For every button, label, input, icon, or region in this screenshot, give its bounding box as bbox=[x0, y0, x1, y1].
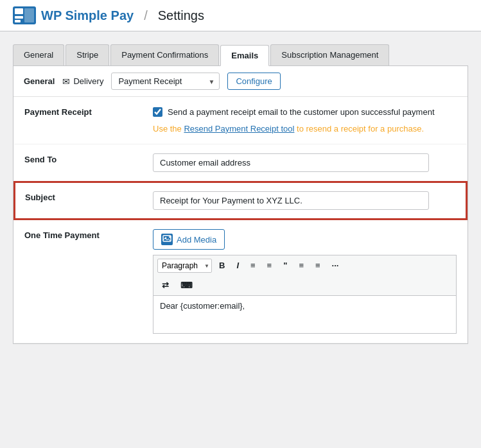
align-right-button[interactable]: ≡ bbox=[311, 258, 325, 273]
subject-field bbox=[143, 182, 467, 220]
send-to-input[interactable] bbox=[153, 153, 429, 172]
settings-wrap: General Stripe Payment Confirmations Ema… bbox=[0, 31, 481, 357]
sub-nav-general-label: General bbox=[24, 76, 55, 86]
shuffle-button[interactable]: ⇄ bbox=[157, 278, 173, 293]
settings-content: General ✉ Delivery Payment Receipt Payme… bbox=[13, 66, 468, 344]
keyboard-button[interactable]: ⌨ bbox=[176, 278, 197, 293]
resend-receipt-link[interactable]: Resend Payment Receipt tool bbox=[184, 124, 294, 134]
checkbox-row: Send a payment receipt email to the cust… bbox=[153, 106, 457, 119]
tab-stripe[interactable]: Stripe bbox=[66, 44, 109, 65]
svg-rect-1 bbox=[15, 8, 23, 14]
app-name: WP Simple Pay bbox=[41, 8, 134, 23]
payment-receipt-checkbox-label: Send a payment receipt email to the cust… bbox=[168, 106, 435, 119]
payment-receipt-label: Payment Receipt bbox=[14, 97, 143, 144]
ordered-list-button[interactable]: ≡ bbox=[263, 258, 277, 273]
more-options-button[interactable]: ··· bbox=[328, 258, 344, 273]
tab-emails[interactable]: Emails bbox=[220, 45, 269, 66]
envelope-icon: ✉ bbox=[62, 76, 70, 87]
logo-icon bbox=[13, 6, 36, 24]
send-to-row: Send To bbox=[14, 144, 467, 182]
delivery-label: Delivery bbox=[73, 76, 103, 86]
one-time-payment-label: One Time Payment bbox=[14, 220, 143, 343]
title-separator: / bbox=[144, 8, 148, 23]
payment-receipt-row: Payment Receipt Send a payment receipt e… bbox=[14, 97, 467, 144]
email-type-dropdown[interactable]: Payment Receipt Payment Confirmation Sub… bbox=[111, 73, 220, 90]
send-to-field bbox=[143, 144, 467, 182]
app-logo: WP Simple Pay bbox=[13, 6, 134, 24]
italic-button[interactable]: I bbox=[232, 258, 243, 273]
subject-label: Subject bbox=[14, 182, 143, 220]
tab-subscription-management[interactable]: Subscription Management bbox=[270, 44, 389, 65]
add-media-icon bbox=[161, 234, 173, 245]
email-type-dropdown-wrap: Payment Receipt Payment Confirmation Sub… bbox=[111, 73, 220, 90]
app-header: WP Simple Pay / Settings bbox=[0, 0, 481, 31]
align-left-button[interactable]: ≡ bbox=[294, 258, 308, 273]
editor-toolbar-row2: ⇄ ⌨ bbox=[153, 275, 457, 295]
tabs-nav: General Stripe Payment Confirmations Ema… bbox=[13, 44, 468, 66]
blockquote-button[interactable]: " bbox=[279, 258, 292, 273]
delivery-item: ✉ Delivery bbox=[62, 76, 103, 87]
unordered-list-button[interactable]: ≡ bbox=[246, 258, 260, 273]
editor-toolbar: Paragraph Heading 1 Heading 2 B I ≡ ≡ " … bbox=[153, 255, 457, 275]
page-title: Settings bbox=[158, 8, 204, 23]
helper-text-before: Use the bbox=[153, 124, 184, 134]
add-media-button[interactable]: Add Media bbox=[153, 229, 225, 250]
add-media-label: Add Media bbox=[177, 235, 216, 245]
payment-receipt-field: Send a payment receipt email to the cust… bbox=[143, 97, 467, 144]
one-time-payment-row: One Time Payment bbox=[14, 220, 467, 343]
editor-area[interactable]: Dear {customer:email}, bbox=[153, 295, 457, 334]
sub-nav: General ✉ Delivery Payment Receipt Payme… bbox=[13, 66, 468, 97]
one-time-payment-field: Add Media Paragraph Heading 1 Heading 2 bbox=[143, 220, 467, 343]
payment-receipt-checkbox[interactable] bbox=[153, 107, 162, 117]
helper-text-after: to resend a receipt for a purchase. bbox=[294, 124, 424, 134]
form-table: Payment Receipt Send a payment receipt e… bbox=[13, 97, 468, 343]
svg-rect-2 bbox=[15, 16, 23, 19]
svg-rect-3 bbox=[15, 20, 21, 22]
payment-receipt-helper: Use the Resend Payment Receipt tool to r… bbox=[153, 123, 457, 135]
subject-input[interactable] bbox=[153, 191, 429, 210]
editor-content: Dear {customer:email}, bbox=[160, 301, 245, 311]
send-to-label: Send To bbox=[14, 144, 143, 182]
paragraph-format-select[interactable]: Paragraph Heading 1 Heading 2 bbox=[157, 259, 212, 273]
svg-rect-4 bbox=[24, 8, 34, 22]
tab-general[interactable]: General bbox=[13, 44, 64, 65]
configure-button[interactable]: Configure bbox=[227, 73, 280, 90]
paragraph-select-wrap: Paragraph Heading 1 Heading 2 bbox=[157, 259, 212, 273]
bold-button[interactable]: B bbox=[214, 258, 229, 273]
subject-row: Subject bbox=[14, 182, 467, 220]
tab-payment-confirmations[interactable]: Payment Confirmations bbox=[110, 44, 219, 65]
